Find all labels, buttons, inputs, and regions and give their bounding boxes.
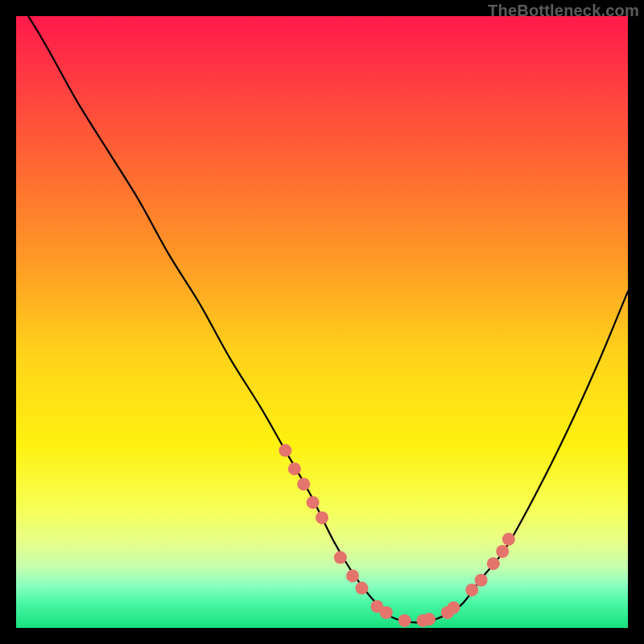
highlight-dot (288, 462, 301, 475)
bottleneck-chart (16, 16, 628, 628)
highlight-dot (496, 545, 509, 558)
highlight-dot (475, 574, 488, 587)
highlight-dot (297, 477, 310, 490)
highlight-dot (487, 557, 500, 570)
watermark-text: TheBottleneck.com (488, 2, 639, 20)
highlight-dot (502, 533, 515, 546)
highlight-dot (307, 496, 320, 509)
highlight-dot (380, 606, 393, 619)
highlight-dot (316, 511, 328, 524)
highlight-dot (334, 551, 347, 564)
highlight-dot (346, 569, 359, 582)
chart-frame (16, 16, 628, 628)
highlight-dot (465, 584, 478, 597)
highlight-dot (279, 444, 291, 457)
gradient-background (16, 16, 628, 628)
highlight-dot (423, 613, 436, 625)
highlight-dot (398, 614, 411, 627)
highlight-dot (355, 582, 368, 595)
highlight-dot (447, 601, 460, 614)
